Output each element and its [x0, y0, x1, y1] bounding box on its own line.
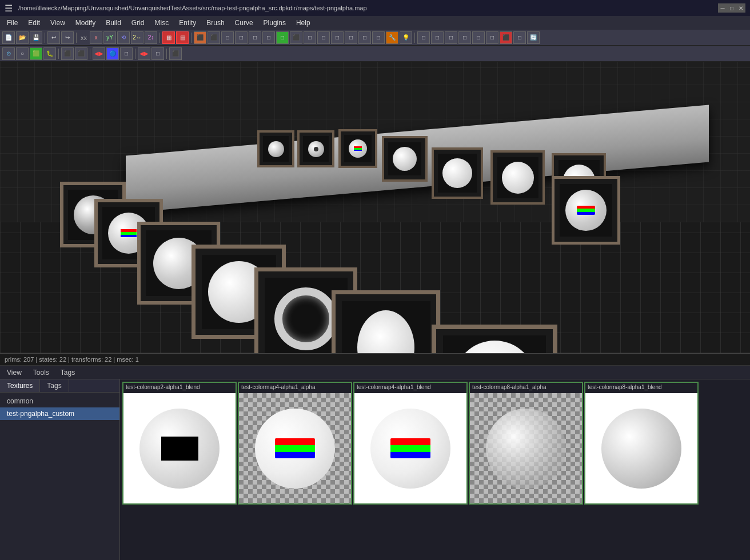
tb2-b11[interactable]: □	[151, 47, 164, 60]
tb-a21[interactable]: □	[472, 31, 485, 44]
tb2-sep1	[58, 49, 59, 59]
tb2-b6[interactable]: ⬛	[75, 47, 87, 60]
tb-a18[interactable]: □	[431, 31, 444, 44]
toolbar2: ⊙ ○ 🟩 🐛 ⬛ ⬛ ◀▶ 🔵 □ ◀▶ □ ⬛	[0, 46, 750, 62]
tb-a5[interactable]: □	[249, 31, 261, 44]
menu-build[interactable]: Build	[101, 18, 126, 28]
tb-a15[interactable]: 🔧	[386, 31, 398, 44]
tb-a9[interactable]: □	[304, 31, 316, 44]
titlebar: ☰ /home/illwieckz/Mapping/Unvanquished/U…	[0, 0, 750, 16]
shelf-frame-2	[297, 130, 334, 167]
sidebar-tab-tags[interactable]: Tags	[40, 379, 69, 392]
tb-x-btn[interactable]: x	[90, 31, 102, 44]
tb-new-btn[interactable]: 📄	[2, 31, 15, 44]
tb-a4[interactable]: □	[235, 31, 248, 44]
stripe-red-1	[275, 438, 315, 445]
menu-modify[interactable]: Modify	[71, 18, 100, 28]
panel-tab-view[interactable]: View	[5, 367, 24, 378]
tb-sep1	[45, 33, 45, 43]
menu-brush[interactable]: Brush	[202, 18, 229, 28]
texture-item-1[interactable]: test-colormap4-alpha1_alpha	[238, 382, 352, 505]
tb2-b1[interactable]: ⊙	[2, 47, 15, 60]
tb-save-btn[interactable]: 💾	[30, 31, 42, 44]
tb-a2[interactable]: ⬛	[208, 31, 220, 44]
menu-icon[interactable]: ☰	[5, 3, 13, 14]
stripe-red-2	[390, 438, 430, 445]
sidebar-item-common[interactable]: common	[0, 395, 119, 407]
stripe-2	[390, 438, 430, 458]
tb-redo-btn[interactable]: ↪	[61, 31, 74, 44]
tb-a1[interactable]: ⬛	[194, 31, 206, 44]
tb2-b9[interactable]: □	[120, 47, 133, 60]
front-frame-g	[432, 325, 557, 353]
tb-a20[interactable]: □	[458, 31, 471, 44]
tb-sel1-btn[interactable]: ▦	[162, 31, 175, 44]
tb-a11[interactable]: □	[331, 31, 344, 44]
panel-content: Textures Tags common test-pngalpha_custo…	[0, 379, 750, 560]
shelf-frame-3	[338, 129, 377, 168]
tb-a3[interactable]: □	[221, 31, 234, 44]
tb-a6[interactable]: □	[262, 31, 275, 44]
tb-xx-label: xx	[79, 34, 89, 41]
tb2-b7[interactable]: ◀▶	[93, 47, 105, 60]
texture-preview-3	[470, 393, 582, 503]
sphere-4	[601, 409, 681, 489]
tb2-sep3	[135, 49, 135, 59]
tb-a16[interactable]: 💡	[400, 31, 412, 44]
menu-curve[interactable]: Curve	[230, 18, 258, 28]
panel-tabs: View Tools Tags	[0, 366, 750, 379]
tb-a19[interactable]: □	[445, 31, 457, 44]
tb2-b4[interactable]: 🐛	[43, 47, 56, 60]
tb-a17[interactable]: □	[417, 31, 430, 44]
tb-yz-btn[interactable]: ⟲	[117, 31, 130, 44]
tb-a23[interactable]: ⬛	[500, 31, 512, 44]
viewport[interactable]	[0, 62, 750, 353]
menu-grid[interactable]: Grid	[127, 18, 149, 28]
tb-a10[interactable]: □	[317, 31, 330, 44]
texture-item-0[interactable]: test-colormap2-alpha1_blend	[122, 382, 237, 505]
tb2-b12[interactable]: ⬛	[169, 47, 182, 60]
tb-2y-btn[interactable]: 2↔	[131, 31, 143, 44]
menu-edit[interactable]: Edit	[23, 18, 45, 28]
tb-a22[interactable]: □	[486, 31, 498, 44]
tb2-b3[interactable]: 🟩	[30, 47, 42, 60]
texture-item-3[interactable]: test-colormap8-alpha1_alpha	[469, 382, 583, 505]
texture-label-0: test-colormap2-alpha1_blend	[123, 383, 236, 393]
tb2-b5[interactable]: ⬛	[61, 47, 74, 60]
tb-a12[interactable]: □	[345, 31, 357, 44]
tb-a8[interactable]: ⬛	[290, 31, 302, 44]
menubar: File Edit View Modify Build Grid Misc En…	[0, 16, 750, 30]
menu-plugins[interactable]: Plugins	[259, 18, 290, 28]
menu-view[interactable]: View	[46, 18, 70, 28]
sidebar-tab-textures[interactable]: Textures	[0, 379, 40, 392]
tb2-b10[interactable]: ◀▶	[138, 47, 150, 60]
menu-help[interactable]: Help	[292, 18, 315, 28]
menu-misc[interactable]: Misc	[150, 18, 174, 28]
maximize-button[interactable]: □	[727, 3, 736, 13]
texture-item-4[interactable]: test-colormap8-alpha1_blend	[584, 382, 699, 505]
tb-sel2-btn[interactable]: ▤	[176, 31, 189, 44]
texture-grid[interactable]: test-colormap2-alpha1_blend test-colorma…	[120, 379, 750, 560]
front-sphere-e	[274, 287, 337, 350]
tb2-b8[interactable]: 🔵	[106, 47, 119, 60]
tb-a13[interactable]: □	[358, 31, 371, 44]
tb-open-btn[interactable]: 📂	[16, 31, 29, 44]
panel-tab-tags[interactable]: Tags	[58, 367, 77, 378]
stripe-blue-2	[390, 452, 430, 458]
tb-undo-btn[interactable]: ↩	[47, 31, 60, 44]
tb2-sep4	[166, 49, 167, 59]
tb-2z-btn[interactable]: 2↕	[145, 31, 157, 44]
minimize-button[interactable]: ─	[718, 3, 727, 13]
panel-tab-tools[interactable]: Tools	[31, 367, 51, 378]
menu-file[interactable]: File	[2, 18, 22, 28]
menu-entity[interactable]: Entity	[174, 18, 201, 28]
tb-a14[interactable]: □	[372, 31, 385, 44]
texture-item-2[interactable]: test-colormap4-alpha1_blend	[353, 382, 468, 505]
close-button[interactable]: ✕	[736, 3, 745, 13]
sidebar-item-test-pngalpha[interactable]: test-pngalpha_custom	[0, 407, 119, 420]
tb-yy-btn[interactable]: yY	[103, 31, 116, 44]
tb-a7[interactable]: □	[276, 31, 289, 44]
tb2-b2[interactable]: ○	[16, 47, 29, 60]
tb-refresh-btn[interactable]: 🔄	[527, 31, 540, 44]
tb-a24[interactable]: □	[513, 31, 526, 44]
